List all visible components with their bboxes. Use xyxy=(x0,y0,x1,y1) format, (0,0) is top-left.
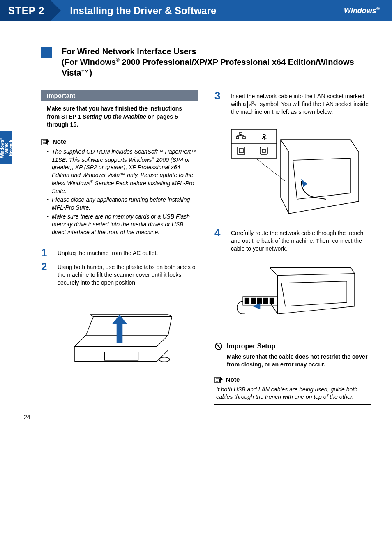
note-block-1: Note The supplied CD-ROM includes ScanSo… xyxy=(41,138,198,240)
svg-rect-18 xyxy=(260,147,267,154)
note-body: If both USB and LAN cables are being use… xyxy=(214,386,371,401)
prohibit-icon xyxy=(214,342,223,350)
lan-symbol-icon xyxy=(247,101,258,108)
step-text: Carefully route the network cable throug… xyxy=(231,227,371,253)
section-heading: For Wired Network Interface Users (For W… xyxy=(62,46,371,78)
step-badge: STEP 2 xyxy=(0,0,50,21)
page-number: 24 xyxy=(24,414,30,420)
note-bullet: Make sure there are no memory cards or a… xyxy=(47,213,198,236)
left-column: Important Make sure that you have finish… xyxy=(41,90,198,412)
header-bar: STEP 2 Installing the Driver & Software … xyxy=(0,0,392,21)
header-title: Installing the Driver & Software xyxy=(70,5,344,16)
improper-label: Improper Setup xyxy=(227,343,275,350)
step-number: 4 xyxy=(214,227,231,238)
svg-rect-21 xyxy=(245,298,249,304)
step-text: Insert the network cable into the LAN so… xyxy=(231,90,371,116)
svg-rect-12 xyxy=(240,132,242,134)
note-bullet: The supplied CD-ROM includes ScanSoft™ P… xyxy=(47,148,198,195)
step-text: Unplug the machine from the AC outlet. xyxy=(58,247,158,257)
svg-rect-19 xyxy=(262,149,265,152)
svg-rect-6 xyxy=(252,102,254,103)
step-1: 1 Unplug the machine from the AC outlet. xyxy=(41,247,198,258)
improper-body: Make sure that the cable does not restri… xyxy=(214,353,371,368)
step-label: STEP 2 xyxy=(8,5,44,16)
important-bar: Important xyxy=(41,90,198,101)
step-4: 4 Carefully route the network cable thro… xyxy=(214,227,371,253)
cable-route-illustration xyxy=(214,260,371,322)
right-column: 3 Insert the network cable into the LAN … xyxy=(214,90,371,412)
note-rule xyxy=(244,380,371,380)
note-block-2: Note If both USB and LAN cables are bein… xyxy=(214,376,371,405)
svg-rect-4 xyxy=(105,352,138,360)
note-label: Note xyxy=(53,138,66,145)
svg-rect-16 xyxy=(238,147,245,154)
note-label: Note xyxy=(226,376,240,383)
pencil-note-icon xyxy=(41,138,50,145)
step-number: 1 xyxy=(41,247,58,258)
os-label: Windows® xyxy=(344,6,380,15)
section-marker-icon xyxy=(41,47,52,58)
svg-rect-7 xyxy=(250,105,251,106)
registered-icon: ® xyxy=(376,6,380,11)
svg-rect-14 xyxy=(243,137,245,139)
svg-rect-23 xyxy=(258,298,261,304)
svg-rect-17 xyxy=(239,149,243,153)
note-bullets: The supplied CD-ROM includes ScanSoft™ P… xyxy=(43,148,198,236)
svg-rect-8 xyxy=(254,105,256,106)
note-rule xyxy=(214,404,371,405)
step-number: 2 xyxy=(41,261,58,272)
step-text: Using both hands, use the plastic tabs o… xyxy=(58,261,198,287)
lan-socket-illustration xyxy=(214,123,371,218)
note-bullet: Please close any applications running be… xyxy=(47,196,198,212)
scanner-open-illustration xyxy=(41,294,198,376)
note-rule xyxy=(70,142,198,142)
svg-rect-25 xyxy=(270,298,274,304)
step-2: 2 Using both hands, use the plastic tabs… xyxy=(41,261,198,287)
section-intro: For Wired Network Interface Users (For W… xyxy=(41,46,371,78)
improper-setup-block: Improper Setup Make sure that the cable … xyxy=(214,339,371,368)
svg-rect-13 xyxy=(236,137,239,139)
step-3: 3 Insert the network cable into the LAN … xyxy=(214,90,371,116)
step-number: 3 xyxy=(214,90,231,101)
note-rule xyxy=(41,240,198,240)
pencil-note-icon xyxy=(214,376,224,383)
important-body: Make sure that you have finished the ins… xyxy=(41,105,198,129)
os-name: Windows xyxy=(344,7,376,15)
svg-line-27 xyxy=(217,344,221,348)
svg-point-5 xyxy=(159,357,169,362)
svg-rect-22 xyxy=(251,298,255,304)
svg-rect-24 xyxy=(264,298,267,304)
